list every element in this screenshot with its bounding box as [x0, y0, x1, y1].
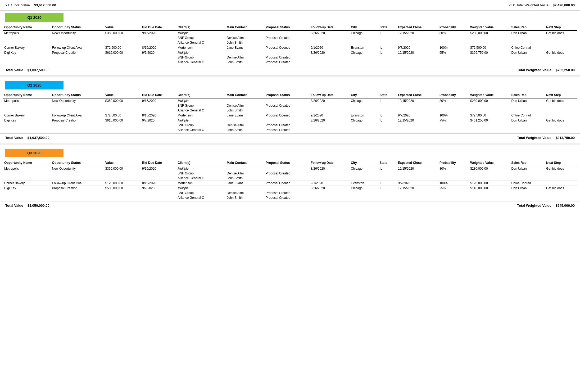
- col-header-client(s): Client(s): [176, 24, 225, 30]
- table-row: Corner BakeryFollow-up Client Awa$120,00…: [3, 181, 577, 186]
- sub-cell-0-0-11: [438, 103, 469, 108]
- cell-0-1: New Opportunity: [51, 30, 104, 35]
- table-row: Digi KeyProposal Creation$615,000.009/7/…: [3, 50, 577, 55]
- sub-cell-2-0-6: Proposal Created: [264, 191, 309, 195]
- sub-cell-0-0-4: BNF Group: [176, 171, 225, 176]
- sub-cell-0-1-10: [396, 108, 438, 113]
- sub-cell-2-0-7: [309, 55, 349, 60]
- cell-1-6: Proposal Opened: [264, 113, 309, 118]
- cell-1-0: Corner Bakery: [3, 181, 51, 186]
- cell-0-13: Don Urban: [510, 166, 545, 171]
- cell-2-1: Proposal Creation: [51, 50, 104, 55]
- sub-cell-0-1-1: [51, 40, 104, 45]
- sub-cell-0-1-0: [3, 176, 51, 181]
- sub-cell-0-0-8: [349, 103, 378, 108]
- cell-2-14: Get bid docs: [545, 50, 577, 55]
- sub-cell-2-0-3: [141, 55, 176, 60]
- sub-cell-2-0-9: [378, 123, 396, 128]
- sub-cell-0-1-7: [309, 108, 349, 113]
- cell-1-8: Evanston: [349, 181, 378, 186]
- total-value-q1: $1,037,500.00: [28, 68, 49, 72]
- quarter-header-q3: Q3 2020: [0, 146, 580, 160]
- sub-cell-2-1-1: [51, 195, 104, 200]
- sub-cell-2-0-7: [309, 191, 349, 195]
- table-row-sub: BNF GroupDenise AltmProposal Created: [3, 171, 577, 176]
- table-row-sub: Alliance General CJohn Smith: [3, 40, 577, 45]
- cell-0-6: [264, 30, 309, 35]
- sub-cell-0-0-6: Proposal Created: [264, 103, 309, 108]
- col-header-next-step: Next Step: [545, 24, 577, 30]
- sub-cell-2-0-14: [545, 55, 577, 60]
- cell-0-8: Chicago: [349, 30, 378, 35]
- sub-cell-2-1-13: [510, 128, 545, 132]
- col-header-client(s): Client(s): [176, 92, 225, 98]
- sub-cell-0-1-5: John Smith: [225, 40, 264, 45]
- col-header-value: Value: [104, 92, 141, 98]
- sub-cell-2-1-10: [396, 195, 438, 200]
- cell-1-0: Corner Bakery: [3, 113, 51, 118]
- cell-1-12: $72,500.00: [469, 45, 510, 50]
- table-row-sub: BNF GroupDenise AltmProposal Created: [3, 103, 577, 108]
- cell-1-13: Chloe Conrad: [510, 181, 545, 186]
- sub-cell-0-0-9: [378, 103, 396, 108]
- col-header-opportunity-status: Opportunity Status: [51, 24, 104, 30]
- cell-1-9: IL: [378, 45, 396, 50]
- cell-0-12: $280,000.00: [469, 166, 510, 171]
- col-header-follow-up-date: Follow-up Date: [309, 160, 349, 166]
- cell-0-3: 9/15/2020: [141, 166, 176, 171]
- col-header-opportunity-status: Opportunity Status: [51, 160, 104, 166]
- sub-cell-2-0-5: Denise Altm: [225, 55, 264, 60]
- total-value-q3: $1,050,000.00: [28, 204, 49, 208]
- cell-1-12: $72,500.00: [469, 113, 510, 118]
- sub-cell-2-0-7: [309, 123, 349, 128]
- table-row-sub: BNF GroupDenise AltmProposal Created: [3, 55, 577, 60]
- col-header-next-step: Next Step: [545, 92, 577, 98]
- cell-1-7: 9/1/2020: [309, 181, 349, 186]
- sub-cell-2-0-0: [3, 191, 51, 195]
- sub-cell-0-1-2: [104, 108, 141, 113]
- sub-cell-0-0-14: [545, 171, 577, 176]
- cell-0-13: Don Urban: [510, 30, 545, 35]
- sub-cell-2-1-5: John Smith: [225, 60, 264, 65]
- sub-cell-0-1-5: John Smith: [225, 176, 264, 181]
- cell-1-10: 9/7/2020: [396, 181, 438, 186]
- sub-cell-2-0-2: [104, 191, 141, 195]
- sub-cell-2-1-4: Alliance General C: [176, 195, 225, 200]
- total-weighted-value-q1: $752,250.00: [556, 68, 575, 72]
- sub-cell-0-1-3: [141, 176, 176, 181]
- sub-cell-2-0-11: [438, 123, 469, 128]
- cell-2-12: $399,750.00: [469, 50, 510, 55]
- sub-cell-0-1-10: [396, 176, 438, 181]
- cell-2-10: 12/15/2020: [396, 186, 438, 191]
- sub-cell-2-0-5: Denise Altm: [225, 191, 264, 195]
- cell-1-1: Follow-up Client Awa: [51, 181, 104, 186]
- sub-cell-0-1-3: [141, 40, 176, 45]
- cell-0-1: New Opportunity: [51, 98, 104, 103]
- sub-cell-2-1-3: [141, 60, 176, 65]
- cell-2-0: Digi Key: [3, 186, 51, 191]
- sub-cell-0-0-3: [141, 103, 176, 108]
- sub-cell-2-0-12: [469, 55, 510, 60]
- sub-cell-0-1-9: [378, 40, 396, 45]
- col-header-main-contact: Main Contact: [225, 92, 264, 98]
- sub-cell-0-0-10: [396, 35, 438, 40]
- sub-cell-2-0-12: [469, 191, 510, 195]
- cell-2-6: [264, 50, 309, 55]
- sub-cell-0-0-0: [3, 103, 51, 108]
- sub-cell-0-0-1: [51, 35, 104, 40]
- total-weighted-label-q3: Total Weighted Value: [517, 204, 551, 208]
- table-row-sub: Alliance General CJohn SmithProposal Cre…: [3, 128, 577, 132]
- sub-cell-0-1-11: [438, 40, 469, 45]
- sub-cell-2-0-3: [141, 123, 176, 128]
- cell-2-0: Digi Key: [3, 50, 51, 55]
- sub-cell-2-0-8: [349, 191, 378, 195]
- sub-cell-2-1-6: Proposal Created: [264, 128, 309, 132]
- cell-1-10: 9/7/2020: [396, 45, 438, 50]
- ytd-total-label: YTD Total Value: [5, 3, 30, 7]
- quarter-badge-q2: Q2 2020: [5, 81, 64, 89]
- cell-1-1: Follow-up Client Awa: [51, 45, 104, 50]
- cell-2-10: 12/15/2020: [396, 50, 438, 55]
- sub-cell-2-0-8: [349, 123, 378, 128]
- sub-cell-2-0-14: [545, 123, 577, 128]
- cell-1-0: Corner Bakery: [3, 45, 51, 50]
